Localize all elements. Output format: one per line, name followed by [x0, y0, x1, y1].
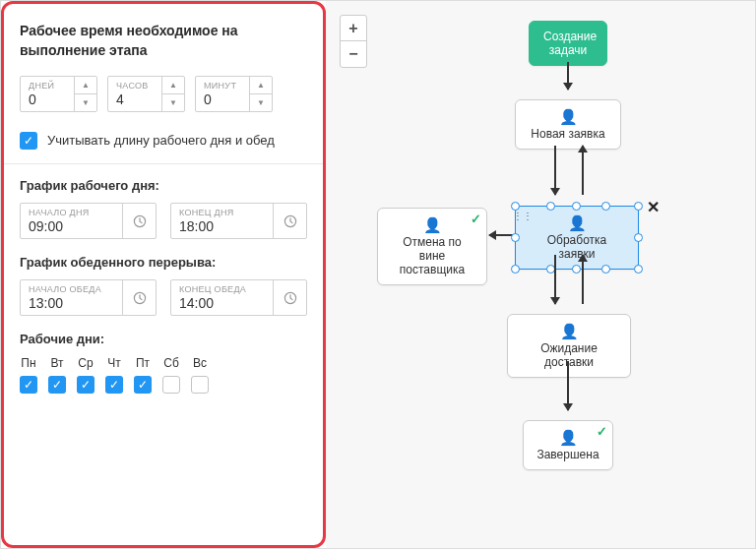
days-spinner[interactable]: ДНЕЙ 0 ▲ ▼: [20, 76, 97, 112]
days-value[interactable]: 0: [29, 92, 66, 107]
day-Пт[interactable]: Пт✓: [134, 356, 152, 394]
node-new-request-label: Новая заявка: [531, 127, 604, 141]
day-label: Вт: [50, 356, 63, 370]
day-start-input[interactable]: НАЧАЛО ДНЯ 09:00: [20, 203, 157, 239]
arrow-icon: [582, 146, 584, 195]
minutes-down-icon[interactable]: ▼: [250, 94, 272, 112]
consider-workday-checkbox[interactable]: ✓: [20, 132, 37, 150]
duration-row: ДНЕЙ 0 ▲ ▼ ЧАСОВ 4 ▲ ▼: [20, 76, 307, 112]
days-up-icon[interactable]: ▲: [75, 77, 96, 94]
lunch-end-input[interactable]: КОНЕЦ ОБЕДА 14:00: [170, 279, 307, 316]
lunch-start-input[interactable]: НАЧАЛО ОБЕДА 13:00: [20, 279, 157, 316]
close-icon[interactable]: ✕: [647, 198, 660, 216]
day-label: Пн: [21, 356, 35, 370]
arrow-icon: [554, 255, 556, 304]
clock-icon[interactable]: [122, 204, 156, 238]
day-label: Сб: [163, 356, 179, 370]
day-end-value[interactable]: 18:00: [179, 218, 265, 234]
arrow-icon: [567, 62, 569, 90]
workflow-canvas[interactable]: + − Создание задачи 👤 Новая заявка ✓ 👤 О…: [326, 1, 755, 548]
zoom-controls: + −: [340, 15, 367, 68]
section-title-work-days: Рабочие дни:: [20, 332, 307, 346]
day-checkbox[interactable]: ✓: [48, 376, 66, 394]
person-icon: 👤: [390, 216, 474, 234]
day-checkbox[interactable]: [162, 376, 180, 394]
day-checkbox[interactable]: ✓: [77, 376, 94, 394]
clock-icon[interactable]: [273, 280, 306, 315]
hours-spinner[interactable]: ЧАСОВ 4 ▲ ▼: [107, 76, 185, 112]
section-title-lunch-schedule: График обеденного перерыва:: [20, 255, 307, 270]
grip-icon[interactable]: ⋮⋮: [513, 214, 533, 218]
lunch-start-label: НАЧАЛО ОБЕДА: [29, 284, 114, 294]
day-end-label: КОНЕЦ ДНЯ: [179, 208, 265, 217]
clock-icon[interactable]: [122, 280, 156, 315]
day-Чт[interactable]: Чт✓: [105, 356, 123, 394]
day-Вт[interactable]: Вт✓: [48, 356, 66, 394]
node-new-request[interactable]: 👤 Новая заявка: [515, 99, 621, 150]
arrow-icon: [489, 234, 513, 236]
day-Вс[interactable]: Вс: [191, 356, 209, 394]
clock-icon[interactable]: [273, 204, 306, 238]
node-cancel[interactable]: ✓ 👤 Отмена по вине поставщика: [377, 208, 487, 285]
hours-down-icon[interactable]: ▼: [162, 94, 184, 112]
day-label: Пт: [136, 356, 150, 370]
day-checkbox[interactable]: [191, 376, 209, 394]
arrow-icon: [582, 255, 584, 304]
lunch-start-value[interactable]: 13:00: [29, 295, 114, 311]
day-Ср[interactable]: Ср✓: [77, 356, 94, 394]
day-checkbox[interactable]: ✓: [134, 376, 152, 394]
day-end-input[interactable]: КОНЕЦ ДНЯ 18:00: [170, 203, 307, 239]
zoom-in-button[interactable]: +: [341, 16, 366, 41]
day-Пн[interactable]: Пн✓: [20, 356, 37, 394]
node-processing-selected[interactable]: ⋮⋮ 👤 Обработка заявки: [515, 206, 639, 270]
day-start-label: НАЧАЛО ДНЯ: [29, 208, 114, 217]
node-complete[interactable]: ✓ 👤 Завершена: [523, 420, 613, 470]
person-icon: 👤: [528, 214, 626, 232]
check-icon: ✓: [471, 212, 481, 226]
hours-up-icon[interactable]: ▲: [162, 77, 184, 94]
person-icon: 👤: [528, 108, 608, 126]
person-icon: 👤: [536, 429, 600, 447]
day-label: Вс: [193, 356, 207, 370]
node-start[interactable]: Создание задачи: [529, 21, 607, 66]
arrow-icon: [567, 361, 569, 410]
hours-value[interactable]: 4: [116, 92, 154, 107]
lunch-end-label: КОНЕЦ ОБЕДА: [179, 284, 265, 294]
day-checkbox[interactable]: ✓: [20, 376, 37, 394]
node-start-label: Создание задачи: [543, 30, 597, 57]
day-Сб[interactable]: Сб: [162, 356, 180, 394]
node-delivery-label: Ожидание доставки: [540, 341, 598, 369]
zoom-out-button[interactable]: −: [341, 41, 366, 67]
consider-workday-label: Учитывать длину рабочего дня и обед: [47, 132, 275, 150]
section-title-day-schedule: График рабочего дня:: [20, 178, 307, 193]
divider: [4, 163, 323, 164]
arrow-icon: [554, 146, 556, 195]
node-delivery[interactable]: 👤 Ожидание доставки: [507, 314, 631, 378]
check-icon: ✓: [597, 424, 607, 439]
day-label: Чт: [107, 356, 121, 370]
day-checkbox[interactable]: ✓: [105, 376, 123, 394]
day-label: Ср: [78, 356, 93, 370]
minutes-label: МИНУТ: [204, 81, 241, 91]
hours-label: ЧАСОВ: [116, 81, 154, 91]
minutes-up-icon[interactable]: ▲: [250, 77, 272, 94]
days-down-icon[interactable]: ▼: [75, 94, 96, 112]
days-label: ДНЕЙ: [29, 81, 66, 91]
person-icon: 👤: [520, 323, 618, 340]
consider-workday-row[interactable]: ✓ Учитывать длину рабочего дня и обед: [20, 132, 307, 150]
section-title-worktime: Рабочее время необходимое на выполнение …: [20, 22, 307, 60]
node-complete-label: Завершена: [536, 448, 598, 461]
days-row: Пн✓Вт✓Ср✓Чт✓Пт✓СбВс: [20, 356, 307, 394]
lunch-end-value[interactable]: 14:00: [179, 295, 265, 311]
minutes-spinner[interactable]: МИНУТ 0 ▲ ▼: [195, 76, 273, 112]
day-start-value[interactable]: 09:00: [29, 218, 114, 234]
node-cancel-label: Отмена по вине поставщика: [400, 235, 465, 276]
settings-panel: ▲ Рабочее время необходимое на выполнени…: [1, 1, 326, 548]
minutes-value[interactable]: 0: [204, 92, 241, 107]
